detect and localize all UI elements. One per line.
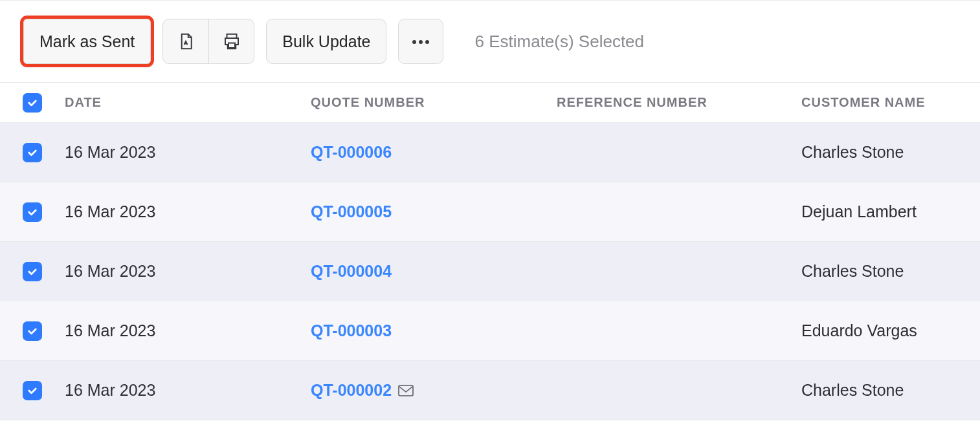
row-checkbox[interactable] bbox=[23, 321, 42, 341]
row-checkbox[interactable] bbox=[23, 262, 42, 281]
header-quote-number[interactable]: QUOTE NUMBER bbox=[311, 95, 557, 110]
table-row[interactable]: 16 Mar 2023 QT-000002 Charles Stone bbox=[0, 361, 980, 420]
toolbar: Mark as Sent bbox=[0, 1, 980, 83]
quote-number-link[interactable]: QT-000002 bbox=[311, 381, 414, 400]
cell-customer: Charles Stone bbox=[801, 262, 980, 281]
cell-customer: Charles Stone bbox=[801, 143, 980, 162]
quote-number-link[interactable]: QT-000003 bbox=[311, 321, 392, 340]
quote-number-link[interactable]: QT-000004 bbox=[311, 262, 392, 281]
cell-date: 16 Mar 2023 bbox=[65, 143, 311, 162]
table-row[interactable]: 16 Mar 2023 QT-000006 Charles Stone bbox=[0, 123, 980, 182]
more-icon bbox=[411, 37, 430, 47]
cell-date: 16 Mar 2023 bbox=[65, 202, 311, 221]
estimates-table: DATE QUOTE NUMBER REFERENCE NUMBER CUSTO… bbox=[0, 83, 980, 420]
table-row[interactable]: 16 Mar 2023 QT-000004 Charles Stone bbox=[0, 242, 980, 301]
cell-customer: Eduardo Vargas bbox=[801, 321, 980, 340]
svg-point-2 bbox=[412, 40, 416, 44]
more-actions-button[interactable] bbox=[398, 19, 443, 64]
header-reference-number[interactable]: REFERENCE NUMBER bbox=[557, 95, 801, 110]
svg-point-3 bbox=[419, 40, 423, 44]
mark-as-sent-button[interactable]: Mark as Sent bbox=[23, 19, 151, 64]
bulk-update-button[interactable]: Bulk Update bbox=[266, 19, 386, 64]
table-header: DATE QUOTE NUMBER REFERENCE NUMBER CUSTO… bbox=[0, 83, 980, 123]
table-row[interactable]: 16 Mar 2023 QT-000005 Dejuan Lambert bbox=[0, 182, 980, 242]
cell-customer: Dejuan Lambert bbox=[801, 202, 980, 221]
quote-number-text: QT-000002 bbox=[311, 381, 392, 400]
print-button[interactable] bbox=[208, 19, 254, 63]
cell-date: 16 Mar 2023 bbox=[65, 381, 311, 400]
printer-icon bbox=[222, 32, 241, 51]
svg-rect-1 bbox=[228, 43, 235, 49]
header-date[interactable]: DATE bbox=[65, 95, 311, 110]
cell-customer: Charles Stone bbox=[801, 381, 980, 400]
export-icon-group bbox=[162, 19, 254, 64]
selection-count-label: 6 Estimate(s) Selected bbox=[474, 32, 644, 52]
select-all-checkbox[interactable] bbox=[23, 93, 42, 113]
header-customer-name[interactable]: CUSTOMER NAME bbox=[801, 95, 980, 110]
pdf-button[interactable] bbox=[163, 19, 208, 63]
table-row[interactable]: 16 Mar 2023 QT-000003 Eduardo Vargas bbox=[0, 301, 980, 361]
pdf-icon bbox=[176, 32, 195, 51]
quote-number-link[interactable]: QT-000006 bbox=[311, 143, 392, 162]
svg-rect-5 bbox=[399, 385, 413, 396]
row-checkbox[interactable] bbox=[23, 381, 42, 400]
cell-date: 16 Mar 2023 bbox=[65, 262, 311, 281]
cell-date: 16 Mar 2023 bbox=[65, 321, 311, 340]
row-checkbox[interactable] bbox=[23, 143, 42, 162]
page-wrapper: Mark as Sent bbox=[0, 0, 980, 420]
row-checkbox[interactable] bbox=[23, 202, 42, 222]
svg-point-4 bbox=[425, 40, 429, 44]
mail-icon bbox=[398, 384, 414, 397]
quote-number-link[interactable]: QT-000005 bbox=[311, 202, 392, 221]
